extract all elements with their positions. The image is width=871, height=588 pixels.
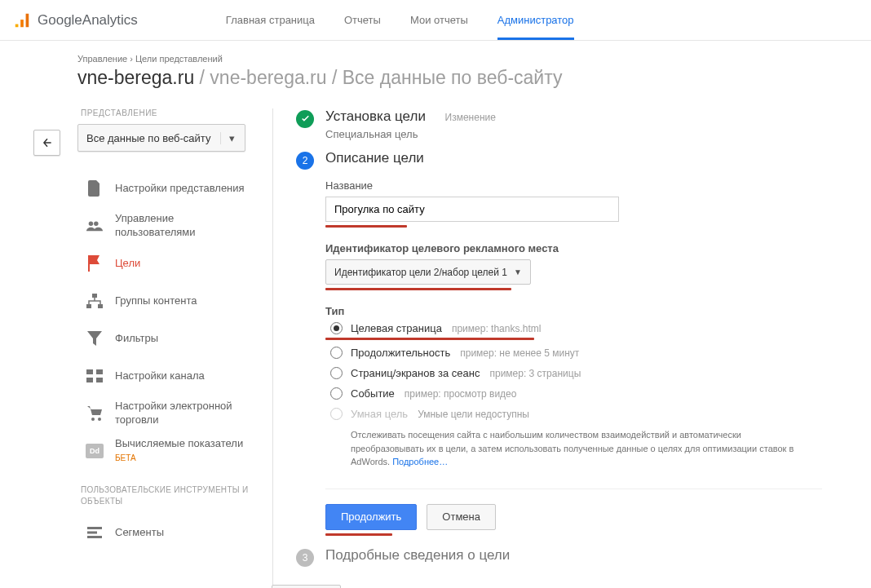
sidebar-item-content-groups[interactable]: Группы контента: [77, 282, 253, 320]
document-icon: [86, 179, 104, 197]
radio-label: Страниц/экранов за сеанс: [351, 367, 480, 379]
step-1: Установка цели Изменение Специальная цел…: [296, 108, 822, 140]
svg-rect-12: [87, 532, 97, 534]
content-area: Управление › Цели представлений vne-bere…: [0, 41, 871, 588]
svg-rect-13: [87, 536, 102, 538]
sidebar-item-filters[interactable]: Фильтры: [77, 320, 253, 357]
sidebar-item-segments[interactable]: Сегменты: [77, 514, 253, 551]
check-icon: [296, 110, 314, 128]
filter-icon: [86, 329, 104, 347]
type-event-row[interactable]: Событие пример: просмотр видео: [330, 387, 822, 400]
step1-subtitle: Специальная цель: [325, 128, 822, 140]
radio-label: Продолжительность: [351, 347, 450, 359]
nav-home[interactable]: Главная страница: [211, 0, 329, 40]
type-label: Тип: [325, 305, 822, 317]
app-logo[interactable]: Google Analytics: [13, 11, 138, 29]
svg-rect-7: [86, 378, 93, 382]
nav-reports[interactable]: Отчеты: [329, 0, 396, 40]
breadcrumb-goals[interactable]: Цели представлений: [135, 54, 223, 64]
radio-pages[interactable]: [330, 367, 343, 379]
radio-label: Событие: [351, 387, 395, 400]
svg-rect-11: [87, 527, 102, 529]
title-path: / vne-berega.ru / Все данные по веб-сайт…: [194, 67, 562, 88]
sidebar-item-view-settings[interactable]: Настройки представления: [77, 170, 253, 207]
caret-down-icon: ▾: [220, 132, 237, 144]
radio-example: пример: просмотр видео: [405, 388, 517, 400]
breadcrumb-admin[interactable]: Управление: [77, 54, 127, 64]
caret-down-icon: ▼: [514, 267, 522, 276]
channel-icon: [86, 367, 104, 385]
users-icon: [86, 217, 104, 235]
radio-destination[interactable]: [330, 322, 343, 334]
continue-button[interactable]: Продолжить: [325, 504, 417, 530]
radio-example: пример: 3 страницы: [489, 368, 581, 379]
view-selector-dropdown[interactable]: Все данные по веб-сайту ▾: [77, 124, 245, 152]
divider: [325, 489, 822, 489]
sidebar-item-label: Управление пользователями: [115, 212, 245, 240]
cancel-button[interactable]: Отмена: [427, 504, 496, 530]
app-header: Google Analytics Главная страница Отчеты…: [0, 0, 871, 41]
sidebar-section-label: ПРЕДСТАВЛЕНИЕ: [77, 108, 253, 117]
step2-title: Описание цели: [325, 150, 424, 166]
radio-example: пример: не менее 5 минут: [460, 347, 579, 359]
name-label: Название: [325, 179, 822, 192]
radio-event[interactable]: [330, 387, 343, 400]
sidebar-item-label: Вычисляемые показателиБЕТА: [115, 437, 243, 465]
radio-example: пример: thanks.html: [452, 323, 542, 334]
smart-goal-description: Отслеживать посещения сайта с наибольшим…: [351, 428, 807, 469]
sidebar-item-label: Настройки канала: [115, 369, 205, 383]
type-destination-row[interactable]: Целевая страница пример: thanks.html: [330, 322, 822, 334]
bottom-cancel-button[interactable]: Отмена: [272, 585, 341, 589]
cart-icon: [86, 405, 104, 422]
svg-rect-5: [86, 369, 93, 374]
radio-duration[interactable]: [330, 347, 343, 359]
svg-rect-6: [96, 369, 103, 374]
sidebar-item-label: Настройки представления: [115, 182, 245, 196]
radio-example: Умные цели недоступны: [418, 409, 529, 420]
sidebar-tools-heading: ПОЛЬЗОВАТЕЛЬСКИЕ ИНСТРУМЕНТЫ И ОБЪЕКТЫ: [77, 470, 253, 514]
arrow-left-icon: [40, 137, 55, 148]
dropdown-value: Идентификатор цели 2/набор целей 1: [334, 267, 507, 278]
svg-point-9: [91, 418, 95, 421]
radio-label: Целевая страница: [351, 322, 442, 334]
breadcrumb: Управление › Цели представлений: [77, 54, 822, 64]
main-panel: Установка цели Изменение Специальная цел…: [272, 108, 822, 588]
sidebar-item-calculated-metrics[interactable]: Dd Вычисляемые показателиБЕТА: [77, 432, 253, 470]
annotation-underline: [325, 533, 392, 536]
nav-my-reports[interactable]: Мои отчеты: [396, 0, 483, 40]
sidebar: ПРЕДСТАВЛЕНИЕ Все данные по веб-сайту ▾ …: [77, 108, 253, 588]
dd-badge-icon: Dd: [86, 442, 104, 460]
sidebar-item-ecommerce[interactable]: Настройки электронной торговли: [77, 395, 253, 432]
sidebar-item-channel-settings[interactable]: Настройки канала: [77, 357, 253, 395]
sidebar-item-user-management[interactable]: Управление пользователями: [77, 207, 253, 245]
sidebar-item-label: Цели: [115, 257, 140, 271]
sidebar-item-label: Группы контента: [115, 294, 197, 308]
logo-text-analytics: Analytics: [82, 12, 138, 29]
flag-icon: [86, 254, 104, 272]
type-pages-row[interactable]: Страниц/экранов за сеанс пример: 3 стран…: [330, 367, 822, 379]
main-nav: Главная страница Отчеты Мои отчеты Админ…: [211, 0, 589, 40]
sidebar-item-label: Фильтры: [115, 332, 158, 346]
svg-rect-3: [86, 304, 91, 308]
analytics-logo-icon: [13, 11, 31, 29]
step1-title: Установка цели: [325, 108, 426, 125]
sidebar-item-label: Настройки электронной торговли: [115, 400, 245, 427]
step1-edit-link[interactable]: Изменение: [445, 112, 496, 123]
goal-slot-dropdown[interactable]: Идентификатор цели 2/набор целей 1 ▼: [325, 259, 531, 285]
annotation-underline: [325, 288, 511, 290]
radio-label: Умная цель: [351, 408, 408, 420]
page-title: vne-berega.ru / vne-berega.ru / Все данн…: [77, 67, 822, 89]
slot-label: Идентификатор целевого рекламного места: [325, 242, 822, 254]
annotation-underline: [325, 225, 407, 228]
type-duration-row[interactable]: Продолжительность пример: не менее 5 мин…: [330, 347, 822, 359]
learn-more-link[interactable]: Подробнее…: [392, 457, 448, 466]
goal-name-input[interactable]: [325, 197, 619, 222]
step3-badge: 3: [296, 549, 314, 567]
back-button[interactable]: [33, 130, 60, 156]
hierarchy-icon: [86, 292, 104, 310]
nav-admin[interactable]: Администратор: [483, 0, 589, 40]
step-2: 2 Описание цели Название Идентификатор ц…: [296, 150, 822, 536]
sidebar-item-goals[interactable]: Цели: [77, 245, 253, 282]
view-selector-label: Все данные по веб-сайту: [86, 132, 210, 144]
radio-smart-disabled: [330, 408, 343, 420]
